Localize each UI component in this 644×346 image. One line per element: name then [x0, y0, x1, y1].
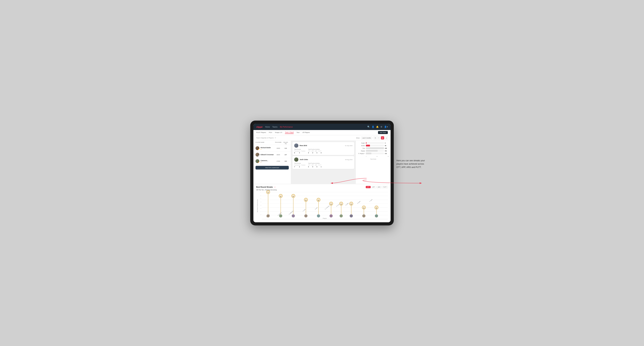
- filter-view-icon[interactable]: ⊿: [385, 136, 388, 140]
- search-icon[interactable]: 🔍: [367, 126, 370, 128]
- user-avatar[interactable]: 👤▾: [384, 126, 388, 128]
- nav-my-performance[interactable]: My Performance: [280, 126, 292, 128]
- player-score-2: 18/20: [274, 154, 282, 156]
- filter-app[interactable]: APP: [371, 186, 376, 188]
- bell-icon[interactable]: 🔔: [376, 126, 379, 128]
- rank-badge-3: 3: [258, 162, 259, 163]
- filter-arg[interactable]: ARG: [376, 186, 382, 188]
- tab-tour[interactable]: Tour: [296, 132, 300, 134]
- player-row-2[interactable]: 2 Edward Crossman 18/20 107: [254, 152, 291, 158]
- filter-putt[interactable]: PUTT: [382, 186, 388, 188]
- bar-track-birdies: [366, 145, 384, 147]
- filter-ott[interactable]: OTT: [366, 186, 371, 188]
- tournament-col-josh: Tournament: [294, 165, 300, 166]
- svg-text:R. Butler: R. Butler: [357, 201, 361, 204]
- svg-point-51: [304, 214, 308, 217]
- svg-point-55: [350, 214, 353, 217]
- bar-chart-panel: Eagles 3 Birdies: [356, 141, 390, 184]
- putt-col-josh: PUTT: [318, 165, 321, 166]
- practice-col-rees: Practice: [301, 151, 305, 152]
- player-score-3: 17/20: [274, 161, 282, 162]
- users-icon[interactable]: 👤: [372, 126, 374, 128]
- bar-label-dbogeys: D. Bogeys +: [357, 153, 365, 154]
- practice-col-josh: Practice: [301, 165, 305, 166]
- tab-hcaps[interactable]: Hcaps 1-5: [275, 132, 282, 134]
- bar-track-pars: [366, 147, 384, 149]
- player-info-3: Cameron... ♥: [260, 160, 274, 163]
- card-stats-rees: Total Rounds Tournament Practice 8 4: [294, 149, 352, 154]
- bar-track-bogeys: [366, 150, 384, 152]
- avatar-3: 3: [256, 159, 259, 163]
- player-name-3: Cameron...: [260, 160, 274, 162]
- col-player-name: PLAYER NAME: [256, 142, 274, 144]
- nav-teams[interactable]: Teams: [272, 126, 278, 128]
- tab-pga[interactable]: PGA: [269, 132, 272, 134]
- y-tick-5: 5: [260, 198, 261, 199]
- player-row-1[interactable]: 1 Richard Butler ♥ 19/20 110: [254, 145, 291, 152]
- view-leaderboard-button[interactable]: View Full Leaderboard: [256, 166, 289, 170]
- bar-track-dbogeys: [366, 153, 384, 154]
- bar-value-dbogeys: 131: [385, 153, 389, 154]
- bar-row-pars: Pars 499: [357, 147, 389, 149]
- card-header-josh: Josh Coles 26 Aug 2023: [294, 158, 352, 162]
- bar-fill-pars: [366, 147, 384, 149]
- view-icons: ⊞ ≡ ▤ ⊿: [374, 136, 388, 140]
- nav-icons: 🔍 👤 🔔 ⚙ 👤▾: [367, 126, 388, 128]
- nav-bar: clippd Home Teams My Performance 🔍 👤 🔔 ⚙…: [254, 124, 390, 130]
- player-card-rees-britt: Rees Britt 02 Sep 2023 Total Rounds Tour…: [292, 142, 354, 155]
- time-filter-select[interactable]: Last 3 months: [361, 137, 372, 139]
- total-rounds-group-josh: Total Rounds Tournament Practice 7 2: [294, 163, 306, 168]
- annotation-text: Here you can see streaks your players ha…: [396, 159, 428, 169]
- rank-badge-2: 2: [258, 155, 259, 157]
- total-rounds-group-rees: Total Rounds Tournament Practice 8 4: [294, 149, 306, 154]
- activities-label-josh: Total Practice Activities: [308, 163, 323, 164]
- filter-buttons: OTT APP ARG PUTT: [366, 186, 388, 188]
- x-tick-200: 200: [376, 156, 378, 157]
- app-val-rees: 0: [312, 152, 315, 154]
- card-name-rees: Rees Britt: [300, 145, 307, 147]
- bar-row-dbogeys: D. Bogeys + 131: [357, 153, 389, 154]
- svg-text:4x: 4x: [340, 204, 342, 205]
- bar-value-pars: 499: [385, 148, 389, 149]
- player-row-3[interactable]: 3 Cameron... ♥ 17/20 103: [254, 158, 291, 165]
- svg-text:6x: 6x: [293, 196, 294, 197]
- card-avatar-josh: [294, 158, 298, 162]
- streak-arrow-icon: ←: [274, 185, 276, 188]
- tab-team-clippd[interactable]: Team Clippd: [285, 131, 294, 134]
- add-team-button[interactable]: Add Team: [378, 131, 388, 134]
- annotation-container: Here you can see streaks your players ha…: [396, 159, 428, 169]
- bar-label-bogeys: Bogeys: [357, 150, 365, 152]
- sub-nav: PGAT Players PGA Hcaps 1-5 Team Clippd T…: [254, 130, 390, 135]
- player-avg-1: 110: [282, 148, 289, 149]
- y-tick-6: 6: [260, 195, 261, 196]
- svg-point-52: [317, 214, 320, 217]
- settings-icon[interactable]: ⚙: [380, 126, 382, 128]
- subtitle-rest: , Fairway Accuracy: [264, 189, 277, 191]
- avatar-2: 2: [256, 153, 259, 157]
- tab-all-players[interactable]: All Players: [302, 132, 310, 134]
- svg-point-54: [340, 214, 343, 217]
- list-view-icon[interactable]: ≡: [377, 136, 380, 140]
- svg-text:5x: 5x: [306, 200, 306, 201]
- card-stats-josh: Total Rounds Tournament Practice 7 2: [294, 163, 352, 168]
- tab-pgat[interactable]: PGAT Players: [256, 132, 266, 134]
- bar-fill-dbogeys: [366, 153, 371, 154]
- svg-point-49: [279, 214, 282, 217]
- player-list-header: PLAYER NAME PB SCORE PB AVG SQ: [254, 141, 291, 145]
- edit-icon[interactable]: ✏: [275, 137, 276, 139]
- bar-row-bogeys: Bogeys 311: [357, 150, 389, 152]
- svg-point-50: [292, 214, 295, 217]
- show-controls: Show Last 3 months ⊞ ≡ ▤ ⊿: [356, 136, 388, 140]
- grid-view-icon[interactable]: ⊞: [374, 136, 377, 140]
- arg-col-josh: ARG: [315, 165, 317, 166]
- table-view-icon[interactable]: ▤: [381, 136, 384, 140]
- team-header: Team Clippd | 14 Players ✏ Show Last 3 m…: [254, 135, 390, 141]
- bar-fill-eagles: [366, 142, 366, 144]
- app-val-josh: 0: [312, 166, 315, 168]
- y-ticks: 7 6 5 4 3 2 1 0: [259, 192, 262, 219]
- y-axis-label-container: Best Streak, Fairway Accuracy: [256, 192, 259, 219]
- player-name-1: Richard Butler: [260, 147, 274, 149]
- nav-home[interactable]: Home: [265, 126, 270, 128]
- card-avatar-rees: [294, 144, 298, 148]
- tournament-col-rees: Tournament: [294, 151, 300, 152]
